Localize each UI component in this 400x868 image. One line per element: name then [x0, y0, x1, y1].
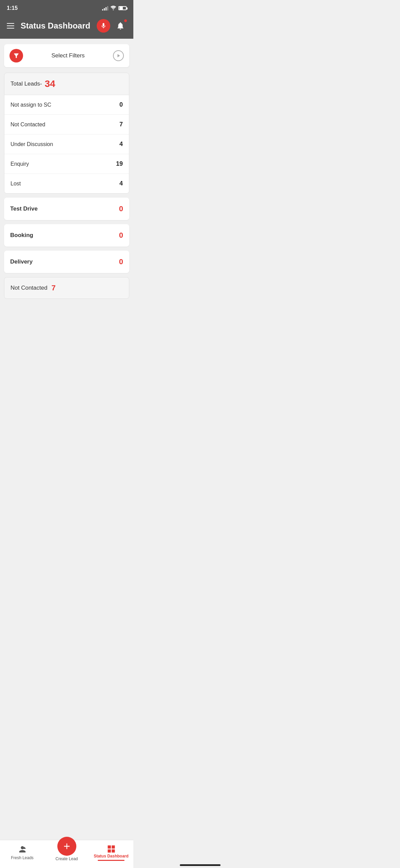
stat-label: Lost	[11, 181, 21, 187]
stat-row[interactable]: Not Contacted 7	[4, 115, 129, 134]
stat-label: Not Contacted	[11, 122, 45, 128]
stat-row[interactable]: Under Discussion 4	[4, 134, 129, 154]
feature-value: 0	[119, 231, 123, 240]
stat-row[interactable]: Not assign to SC 0	[4, 95, 129, 115]
wifi-icon	[110, 5, 116, 11]
feature-card[interactable]: Booking 0	[4, 224, 129, 247]
battery-icon	[118, 6, 127, 10]
mic-button[interactable]	[97, 19, 110, 33]
notification-badge	[124, 19, 127, 22]
feature-card[interactable]: Delivery 0	[4, 251, 129, 273]
total-leads-count: 34	[45, 78, 55, 89]
stat-value: 7	[119, 121, 123, 128]
page-title: Status Dashboard	[21, 21, 90, 31]
signal-icon	[102, 6, 108, 11]
total-leads-row: Total Leads- 34	[4, 73, 129, 95]
stat-value: 4	[119, 141, 123, 148]
not-contacted-label: Not Contacted	[11, 285, 47, 291]
notification-button[interactable]	[114, 20, 127, 32]
feature-label: Booking	[10, 232, 33, 239]
not-contacted-section[interactable]: Not Contacted 7	[4, 277, 129, 299]
stats-card: Total Leads- 34 Not assign to SC 0 Not C…	[4, 73, 129, 194]
header-actions	[97, 19, 127, 33]
filter-bar[interactable]: Select Filters	[4, 44, 129, 67]
filter-label: Select Filters	[23, 52, 113, 59]
stat-value: 19	[116, 160, 123, 167]
stat-row[interactable]: Lost 4	[4, 174, 129, 193]
stat-value: 0	[119, 101, 123, 108]
feature-label: Test Drive	[10, 205, 38, 212]
status-icons	[102, 5, 127, 11]
filter-button[interactable]	[9, 49, 23, 62]
total-leads-label: Total Leads-	[11, 80, 42, 87]
stat-label: Not assign to SC	[11, 102, 51, 108]
svg-point-0	[113, 9, 114, 10]
main-content: Select Filters Total Leads- 34 Not assig…	[0, 39, 133, 304]
header: Status Dashboard	[0, 15, 133, 39]
stat-value: 4	[119, 180, 123, 187]
status-bar: 1:15	[0, 0, 133, 15]
stat-label: Under Discussion	[11, 141, 53, 147]
menu-button[interactable]	[7, 23, 14, 29]
filter-arrow-button[interactable]	[113, 50, 124, 61]
feature-value: 0	[119, 204, 123, 213]
stat-rows: Not assign to SC 0 Not Contacted 7 Under…	[4, 95, 129, 193]
status-time: 1:15	[7, 5, 18, 11]
feature-label: Delivery	[10, 258, 33, 265]
feature-card[interactable]: Test Drive 0	[4, 198, 129, 220]
stat-label: Enquiry	[11, 161, 29, 167]
feature-cards: Test Drive 0 Booking 0 Delivery 0	[4, 198, 129, 273]
stat-row[interactable]: Enquiry 19	[4, 154, 129, 174]
feature-value: 0	[119, 257, 123, 266]
not-contacted-count: 7	[52, 284, 56, 292]
